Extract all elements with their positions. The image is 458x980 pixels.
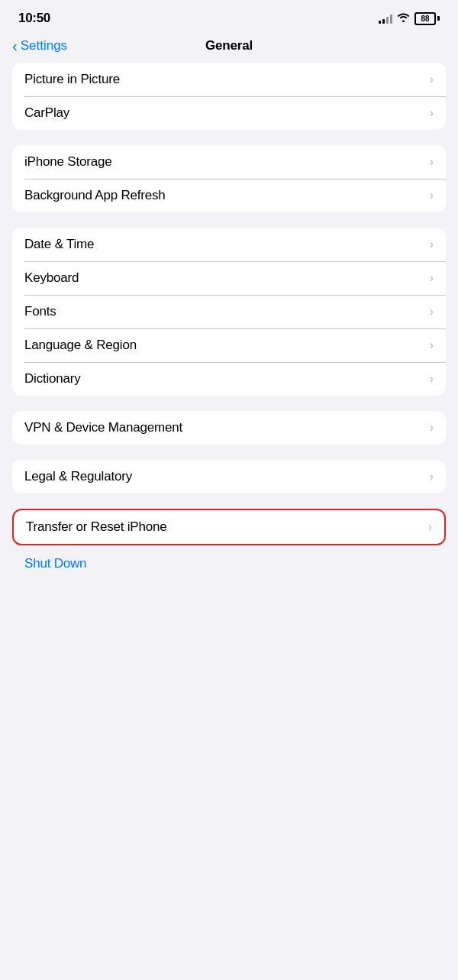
list-item-transfer-reset-iphone[interactable]: Transfer or Reset iPhone › (14, 510, 444, 544)
status-bar: 10:50 88 (0, 0, 458, 32)
chevron-right-icon: › (430, 338, 434, 352)
list-item-background-app-refresh[interactable]: Background App Refresh › (12, 179, 446, 212)
shut-down-row[interactable]: Shut Down (12, 545, 446, 582)
back-label: Settings (21, 38, 67, 53)
row-label: Transfer or Reset iPhone (26, 519, 167, 535)
list-item-fonts[interactable]: Fonts › (12, 295, 446, 328)
section-group-4: VPN & Device Management › (12, 411, 446, 445)
list-item-vpn-device-management[interactable]: VPN & Device Management › (12, 411, 446, 445)
section-group-5: Legal & Regulatory › (12, 460, 446, 493)
status-icons: 88 (379, 12, 440, 25)
back-button[interactable]: ‹ Settings (12, 38, 67, 53)
chevron-right-icon: › (430, 271, 434, 285)
shut-down-label: Shut Down (24, 556, 86, 571)
list-item-iphone-storage[interactable]: iPhone Storage › (12, 145, 446, 179)
section-group-transfer-reset: Transfer or Reset iPhone › (12, 509, 446, 545)
chevron-right-icon: › (430, 189, 434, 202)
row-label: Background App Refresh (24, 188, 166, 203)
row-label: Dictionary (24, 371, 81, 387)
main-content: Picture in Picture › CarPlay › iPhone St… (0, 63, 458, 582)
list-item-date-time[interactable]: Date & Time › (12, 228, 446, 261)
wifi-icon (397, 12, 410, 24)
signal-icon (379, 13, 392, 24)
chevron-right-icon: › (430, 372, 434, 386)
battery-icon: 88 (414, 12, 440, 25)
chevron-right-icon: › (430, 305, 434, 319)
row-label: Date & Time (24, 237, 94, 252)
row-label: iPhone Storage (24, 154, 111, 170)
row-label: Keyboard (24, 270, 79, 286)
bottom-section: Transfer or Reset iPhone › Shut Down (12, 509, 446, 582)
chevron-left-icon: ‹ (12, 38, 18, 53)
list-item-picture-in-picture[interactable]: Picture in Picture › (12, 63, 446, 96)
row-label: Language & Region (24, 338, 137, 353)
chevron-right-icon: › (430, 238, 434, 251)
section-group-1: Picture in Picture › CarPlay › (12, 63, 446, 130)
nav-bar: ‹ Settings General (0, 32, 458, 63)
row-label: Legal & Regulatory (24, 469, 132, 484)
list-item-legal-regulatory[interactable]: Legal & Regulatory › (12, 460, 446, 493)
row-label: Fonts (24, 304, 56, 319)
chevron-right-icon: › (430, 155, 434, 169)
list-item-dictionary[interactable]: Dictionary › (12, 362, 446, 396)
status-time: 10:50 (18, 11, 50, 26)
list-item-language-region[interactable]: Language & Region › (12, 328, 446, 362)
row-label: CarPlay (24, 105, 69, 121)
section-group-3: Date & Time › Keyboard › Fonts › Languag… (12, 228, 446, 396)
row-label: VPN & Device Management (24, 420, 182, 435)
row-label: Picture in Picture (24, 72, 120, 87)
list-item-carplay[interactable]: CarPlay › (12, 96, 446, 130)
chevron-right-icon: › (430, 106, 434, 120)
chevron-right-icon: › (430, 73, 434, 86)
chevron-right-icon: › (430, 421, 434, 435)
section-group-2: iPhone Storage › Background App Refresh … (12, 145, 446, 212)
page-title: General (205, 38, 253, 53)
list-item-keyboard[interactable]: Keyboard › (12, 261, 446, 295)
chevron-right-icon: › (430, 470, 434, 484)
chevron-right-icon: › (428, 520, 432, 534)
